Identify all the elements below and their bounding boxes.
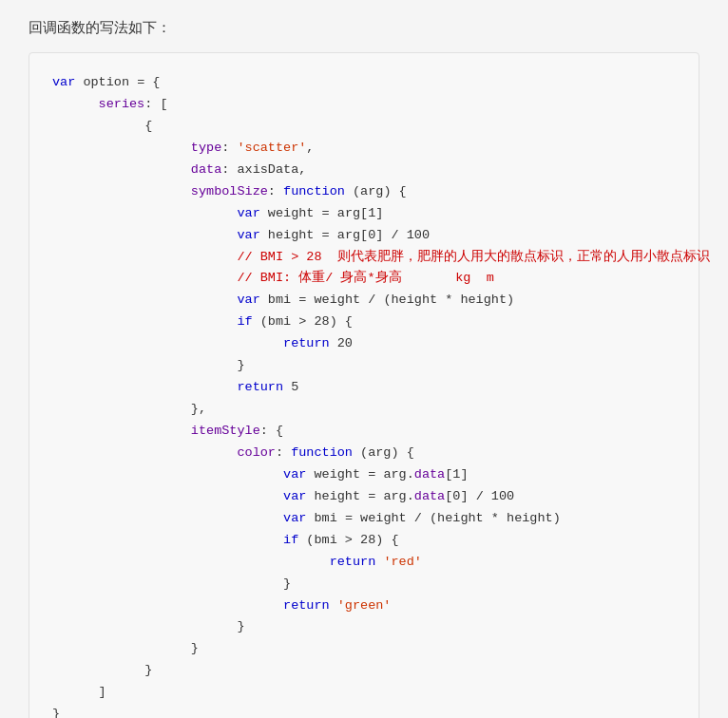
code-block: var option = { series: [ { type: 'scatte… — [29, 52, 699, 718]
code-line-19: var weight = arg.data[1] — [52, 464, 676, 486]
code-line-12: if (bmi > 28) { — [52, 312, 676, 333]
code-line-27: } — [52, 638, 676, 660]
code-line-9: // BMI > 28 则代表肥胖，肥胖的人用大的散点标识，正常的人用小散点标识 — [52, 247, 676, 269]
code-line-28: } — [52, 660, 676, 682]
code-line-25: return 'green' — [52, 595, 676, 617]
code-line-20: var height = arg.data[0] / 100 — [52, 486, 676, 508]
code-line-1: var option = { — [52, 72, 676, 94]
code-line-4: type: 'scatter', — [52, 138, 676, 160]
code-line-23: return 'red' — [52, 552, 676, 574]
code-line-17: itemStyle: { — [52, 421, 676, 443]
code-line-10: // BMI: 体重/ 身高*身高 kg m — [52, 268, 676, 290]
code-line-2: series: [ — [52, 94, 676, 116]
page-description: 回调函数的写法如下： — [29, 19, 699, 37]
code-line-18: color: function (arg) { — [52, 443, 676, 464]
code-line-21: var bmi = weight / (height * height) — [52, 508, 676, 530]
code-line-30: } — [52, 704, 676, 718]
code-line-5: data: axisData, — [52, 160, 676, 181]
code-line-14: } — [52, 355, 676, 377]
code-line-6: symbolSize: function (arg) { — [52, 181, 676, 203]
code-line-15: return 5 — [52, 377, 676, 399]
code-line-16: }, — [52, 399, 676, 421]
code-line-13: return 20 — [52, 333, 676, 355]
code-line-11: var bmi = weight / (height * height) — [52, 290, 676, 312]
code-line-7: var weight = arg[1] — [52, 203, 676, 225]
code-line-22: if (bmi > 28) { — [52, 530, 676, 552]
code-line-3: { — [52, 116, 676, 138]
code-line-26: } — [52, 616, 676, 638]
code-line-24: } — [52, 574, 676, 595]
code-line-8: var height = arg[0] / 100 — [52, 225, 676, 247]
code-line-29: ] — [52, 682, 676, 704]
